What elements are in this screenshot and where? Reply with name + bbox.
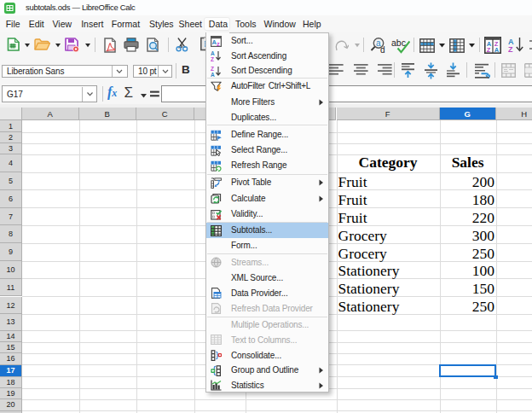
svg-text:Z: Z — [211, 56, 214, 62]
svg-text:d: d — [380, 45, 385, 55]
svg-text:A: A — [508, 38, 514, 46]
svg-text:abc: abc — [391, 38, 406, 48]
svg-text:Z: Z — [487, 46, 491, 54]
svg-text:Z: Z — [508, 45, 513, 53]
svg-text:A: A — [494, 46, 500, 54]
svg-text:z: z — [217, 39, 220, 47]
svg-text:A: A — [211, 71, 215, 77]
